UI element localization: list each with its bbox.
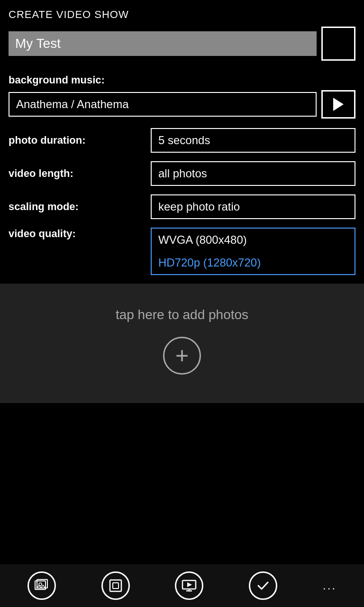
page-title: CREATE VIDEO SHOW [0,0,364,27]
video-quality-option-hd720p[interactable]: HD720p (1280x720) [152,251,355,274]
bottom-bar: ... [0,564,364,607]
video-quality-dropdown[interactable]: WVGA (800x480) HD720p (1280x720) [151,228,355,275]
video-quality-label: video quality: [9,228,151,240]
video-length-row: video length: all photos [9,161,355,186]
svg-rect-4 [113,583,118,589]
video-length-label: video length: [9,167,151,180]
scaling-mode-row: scaling mode: keep photo ratio [9,194,355,219]
music-input[interactable] [9,92,317,117]
add-photos-circle[interactable]: + [163,337,201,375]
frame-icon-button[interactable] [101,571,130,600]
checkmark-icon-button[interactable] [249,571,277,600]
plus-icon: + [175,344,189,367]
video-quality-row: video quality: WVGA (800x480) HD720p (12… [9,228,355,275]
svg-point-2 [39,583,42,586]
more-button[interactable]: ... [323,579,337,592]
add-photos-area[interactable]: tap here to add photos + [0,284,364,403]
photos-icon [34,578,49,593]
frame-icon [108,578,123,593]
preview-icon-button[interactable] [175,571,203,600]
photo-duration-row: photo duration: 5 seconds [9,128,355,153]
svg-rect-3 [110,580,121,591]
play-music-button[interactable] [321,90,355,119]
video-quality-option-wvga[interactable]: WVGA (800x480) [152,229,355,251]
play-icon [333,98,344,111]
checkmark-icon [255,578,271,593]
preview-icon [182,578,197,593]
add-photos-text: tap here to add photos [116,307,248,322]
video-length-value[interactable]: all photos [151,161,355,186]
svg-marker-8 [187,582,192,587]
scaling-mode-label: scaling mode: [9,201,151,213]
scaling-mode-value[interactable]: keep photo ratio [151,194,355,219]
title-input[interactable] [9,31,317,56]
photos-icon-button[interactable] [27,571,56,600]
photo-duration-label: photo duration: [9,134,151,147]
photo-duration-value[interactable]: 5 seconds [151,128,355,153]
background-music-label: background music: [0,69,364,90]
thumbnail-box [321,27,355,61]
